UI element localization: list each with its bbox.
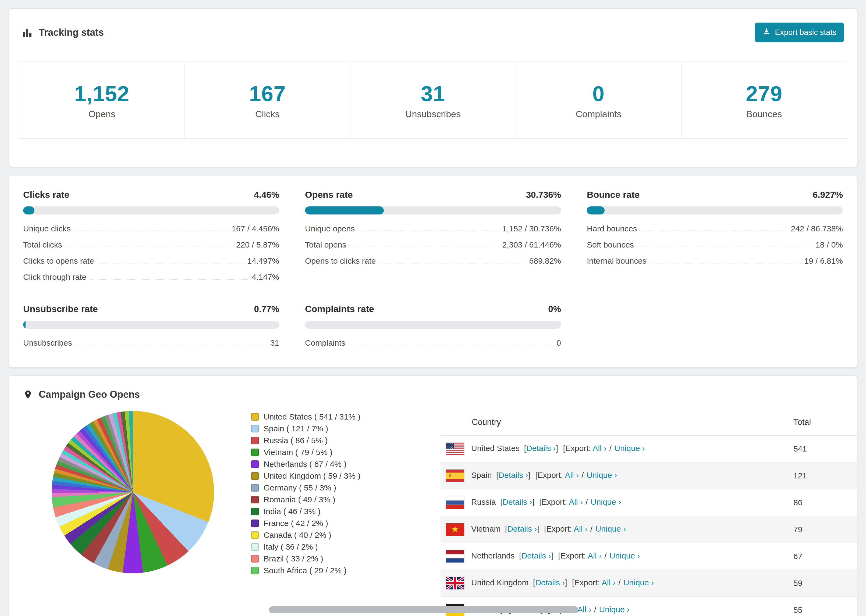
legend-label: Brazil ( 33 / 2% ): [264, 554, 323, 563]
country-flag-icon: [446, 550, 464, 563]
country-name: United Kingdom: [471, 578, 529, 587]
stat-label: Complaints: [576, 109, 622, 119]
rate-row-label: Click through rate: [23, 272, 86, 282]
legend-color-swatch: [251, 449, 259, 456]
legend-item: Germany ( 55 / 3% ): [251, 482, 441, 494]
legend-color-swatch: [251, 496, 259, 503]
rate-row-value: 14.497%: [247, 256, 279, 266]
export-all-link[interactable]: All ›: [601, 578, 616, 587]
details-link[interactable]: Details ›: [507, 524, 537, 533]
legend-item: Russia ( 86 / 5% ): [251, 435, 441, 446]
country-flag-icon: [446, 443, 464, 455]
export-icon: [762, 27, 770, 37]
tracking-stats-header: Tracking stats Export basic stats: [9, 9, 857, 61]
rate-title: Clicks rate: [23, 190, 69, 200]
legend-color-swatch: [251, 555, 259, 563]
export-prefix-label: Export:: [574, 578, 600, 587]
rate-row-label: Unique opens: [305, 224, 355, 233]
export-unique-link[interactable]: Unique ›: [595, 524, 626, 533]
map-pin-icon: [23, 390, 33, 399]
details-link[interactable]: Details ›: [502, 498, 532, 506]
rate-title: Complaints rate: [305, 304, 374, 314]
legend-color-swatch: [251, 425, 259, 432]
country-total: 121: [794, 462, 857, 489]
export-all-link[interactable]: All ›: [593, 444, 607, 453]
export-all-link[interactable]: All ›: [565, 471, 579, 479]
stat-value: 167: [249, 82, 286, 106]
legend-color-swatch: [251, 437, 259, 444]
legend-item: India ( 46 / 3% ): [251, 506, 441, 517]
legend-label: Italy ( 36 / 2% ): [264, 542, 318, 552]
country-flag-icon: [446, 497, 464, 509]
export-unique-link[interactable]: Unique ›: [590, 498, 621, 506]
stat-box: 167 Clicks: [184, 61, 351, 139]
country-name: Netherlands: [471, 551, 515, 560]
details-link[interactable]: Details ›: [498, 471, 528, 479]
country-total: 55: [794, 597, 857, 616]
rate-header: Clicks rate 4.46%: [23, 190, 279, 200]
tracking-stats-card: Tracking stats Export basic stats 1,152 …: [9, 8, 857, 167]
legend-item: South Africa ( 29 / 2% ): [251, 565, 441, 577]
rate-row: Total opens 2,303 / 61.446%: [305, 237, 561, 253]
export-all-link[interactable]: All ›: [569, 498, 583, 506]
export-unique-link[interactable]: Unique ›: [614, 444, 645, 453]
legend-label: Romania ( 49 / 3% ): [264, 495, 335, 504]
country-flag-icon: [446, 577, 464, 589]
legend-color-swatch: [251, 508, 259, 515]
rate-row-label: Total opens: [305, 240, 346, 250]
export-unique-link[interactable]: Unique ›: [587, 471, 617, 479]
geo-card-title-text: Campaign Geo Opens: [39, 389, 140, 400]
country-total: 541: [794, 435, 857, 462]
geo-table: Country Total United States [Details ›] …: [441, 409, 857, 616]
export-basic-stats-button[interactable]: Export basic stats: [755, 23, 844, 42]
country-total: 79: [794, 516, 857, 543]
legend-item: Romania ( 49 / 3% ): [251, 494, 441, 506]
export-unique-link[interactable]: Unique ›: [599, 605, 630, 614]
dotted-leader: [650, 263, 801, 263]
stat-label: Unsubscribes: [405, 109, 461, 119]
country-name: Spain: [471, 471, 492, 479]
legend-color-swatch: [251, 413, 259, 421]
legend-item: Vietnam ( 79 / 5% ): [251, 446, 441, 458]
details-link[interactable]: Details ›: [526, 444, 556, 453]
geo-table-row: Vietnam [Details ›] [Export: All › / Uni…: [441, 516, 857, 543]
export-all-link[interactable]: All ›: [574, 524, 587, 533]
legend-label: Netherlands ( 67 / 4% ): [264, 460, 346, 469]
geo-pie-chart[interactable]: [52, 411, 214, 573]
total-column-header: Total: [794, 409, 857, 435]
legend-label: France ( 42 / 2% ): [264, 519, 328, 528]
dotted-leader: [379, 263, 525, 263]
rate-row: Complaints 0: [305, 335, 561, 351]
rate-row: Unsubscribes 31: [23, 335, 279, 351]
rate-header: Bounce rate 6.927%: [587, 190, 843, 200]
details-link[interactable]: Details ›: [535, 578, 565, 587]
details-link[interactable]: Details ›: [521, 551, 551, 560]
country-total: 86: [794, 489, 857, 516]
rates-card: Clicks rate 4.46% Unique clicks 167 / 4.…: [9, 175, 857, 368]
rate-value: 6.927%: [813, 190, 843, 200]
rate-progress-bar: [23, 206, 279, 214]
legend-label: Russia ( 86 / 5% ): [264, 436, 328, 445]
geo-table-row: United States [Details ›] [Export: All ›…: [441, 435, 857, 462]
rate-header: Complaints rate 0%: [305, 304, 561, 314]
stat-value: 279: [746, 82, 783, 106]
rate-progress-bar: [305, 321, 561, 329]
stat-box: 0 Complaints: [516, 61, 682, 139]
rate-row-label: Hard bounces: [587, 224, 637, 233]
legend-color-swatch: [251, 472, 259, 480]
page: Tracking stats Export basic stats 1,152 …: [0, 0, 866, 616]
rate-row-value: 0: [556, 338, 561, 347]
horizontal-scrollbar-thumb[interactable]: [269, 606, 578, 613]
legend-label: South Africa ( 29 / 2% ): [264, 566, 346, 575]
export-unique-link[interactable]: Unique ›: [609, 551, 640, 560]
export-all-link[interactable]: All ›: [587, 551, 601, 560]
rate-row: Unique opens 1,152 / 30.736%: [305, 221, 561, 237]
geo-table-row: Spain [Details ›] [Export: All › / Uniqu…: [441, 462, 857, 489]
stat-value: 1,152: [74, 82, 129, 106]
rate-progress-fill: [587, 206, 605, 214]
export-unique-link[interactable]: Unique ›: [624, 578, 654, 587]
rate-card: Opens rate 30.736% Unique opens 1,152 / …: [305, 190, 561, 285]
stats-row: 1,152 Opens 167 Clicks 31 Unsubscribes 0…: [9, 61, 857, 167]
export-all-link[interactable]: All ›: [578, 605, 591, 614]
dotted-leader: [74, 231, 228, 231]
